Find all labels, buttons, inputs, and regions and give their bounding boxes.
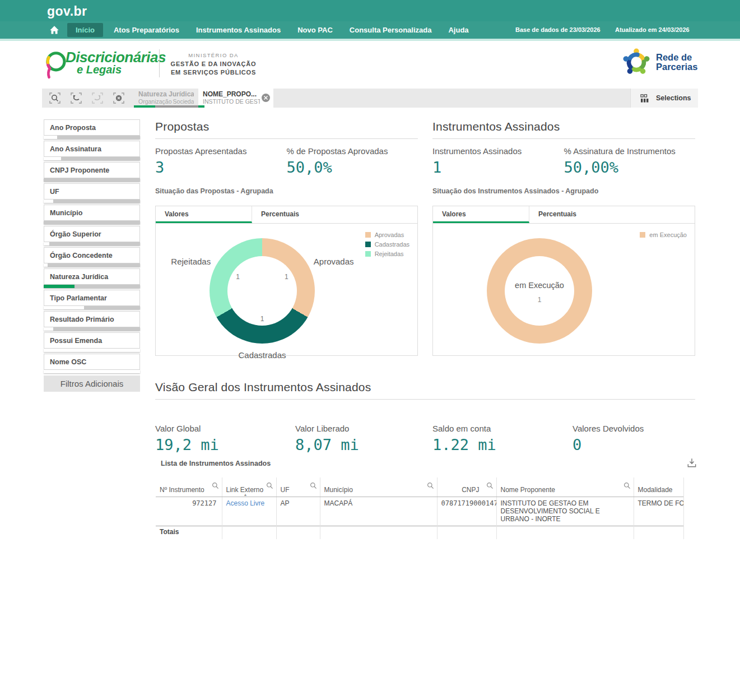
- bar-segment: [44, 221, 140, 224]
- kpi-value: 50,00%: [564, 159, 696, 176]
- filter-box[interactable]: UF: [44, 183, 140, 200]
- selection-chip-nome-proponente[interactable]: NOME_PROPO... INSTITUTO DE GEST...: [198, 89, 273, 108]
- govbr-logo[interactable]: gov.br: [47, 4, 87, 19]
- filter-label: Tipo Parlamentar: [50, 294, 107, 302]
- tab-valores[interactable]: Valores: [433, 206, 529, 223]
- filter-selection-bar: [44, 370, 140, 373]
- selections-button[interactable]: Selections: [630, 89, 698, 108]
- partner-logo: Rede de Parcerias: [621, 47, 697, 78]
- filter-box[interactable]: Órgão Concedente: [44, 247, 140, 263]
- filter-selection-bar: [44, 327, 140, 331]
- filter-box[interactable]: Município: [44, 205, 140, 221]
- filter-box[interactable]: Ano Assinatura: [44, 141, 140, 157]
- nav-item-consulta-personalizada[interactable]: Consulta Personalizada: [341, 23, 440, 37]
- filter-box[interactable]: Nome OSC: [44, 354, 140, 370]
- col-nome-proponente[interactable]: Nome Proponente: [496, 478, 634, 497]
- download-icon[interactable]: [686, 457, 699, 470]
- more-filters-button[interactable]: Filtros Adicionais: [44, 376, 140, 392]
- bar-segment: [44, 136, 57, 139]
- sidebar-filter-ano-proposta[interactable]: Ano Proposta: [44, 119, 140, 139]
- logo-row: Discricionárias e Legais MINISTÉRIO DA G…: [0, 41, 740, 89]
- chart-legend: AprovadasCadastradasRejeitadas: [365, 231, 409, 260]
- nav-item-atos-preparatorios[interactable]: Atos Preparatórios: [105, 23, 188, 37]
- chip-selection-bar: [134, 105, 198, 108]
- chart-legend: em Execução: [640, 231, 687, 241]
- cell-link-externo[interactable]: Acesso Livre: [222, 497, 276, 526]
- sidebar-filter-ano-assinatura[interactable]: Ano Assinatura: [44, 141, 140, 160]
- search-icon[interactable]: [212, 482, 219, 491]
- step-back-icon[interactable]: [69, 91, 83, 105]
- main-nav: InícioAtos PreparatóriosInstrumentos Ass…: [67, 21, 477, 39]
- nav-item-instrumentos-assinados[interactable]: Instrumentos Assinados: [188, 23, 289, 37]
- sidebar-filter-orgao-concedente[interactable]: Órgão Concedente: [44, 247, 140, 267]
- kpi-label: Instrumentos Assinados: [432, 146, 564, 156]
- search-icon[interactable]: [310, 482, 317, 491]
- legend-item-rejeitadas[interactable]: Rejeitadas: [365, 251, 409, 257]
- chart-title: Situação das Propostas - Agrupada: [155, 187, 418, 195]
- search-icon[interactable]: [427, 482, 434, 491]
- filter-box[interactable]: Tipo Parlamentar: [44, 290, 140, 306]
- filter-label: Resultado Primário: [50, 316, 114, 323]
- legend-item-cadastradas[interactable]: Cadastradas: [365, 241, 409, 248]
- filter-box[interactable]: Possui Emenda: [44, 332, 140, 349]
- filter-box[interactable]: Resultado Primário: [44, 311, 140, 327]
- sidebar-filter-orgao-superior[interactable]: Órgão Superior: [44, 226, 140, 245]
- filter-selection-bar: [44, 200, 140, 203]
- col-uf[interactable]: UF: [276, 478, 320, 497]
- header-top-band: [0, 0, 740, 21]
- totals-label: Totais: [156, 526, 222, 539]
- home-icon[interactable]: [48, 24, 60, 36]
- bar-segment: [44, 157, 61, 160]
- nav-item-ajuda[interactable]: Ajuda: [440, 23, 477, 37]
- chart-title: Situação dos Instrumentos Assinados - Ag…: [432, 187, 695, 195]
- sidebar-filter-resultado-primario[interactable]: Resultado Primário: [44, 311, 140, 331]
- col-link-externo[interactable]: Link Externo ▲: [222, 478, 276, 497]
- smart-search-icon[interactable]: [48, 91, 62, 105]
- col-n-instrumento[interactable]: Nº Instrumento: [156, 478, 222, 497]
- step-forward-icon[interactable]: [90, 91, 105, 105]
- cell-uf: AP: [276, 497, 320, 526]
- col-modalidade[interactable]: Modalidade: [634, 478, 683, 497]
- col-cnpj[interactable]: CNPJ: [437, 478, 496, 497]
- sidebar-filter-uf[interactable]: UF: [44, 183, 140, 203]
- section-title: Instrumentos Assinados: [432, 120, 695, 133]
- cell-n-instrumento: 972127: [156, 497, 222, 526]
- sidebar-filter-possui-emenda[interactable]: Possui Emenda: [44, 332, 140, 352]
- tab-percentuais[interactable]: Percentuais: [252, 206, 417, 223]
- sidebar-filter-municipio[interactable]: Município: [44, 205, 140, 224]
- search-icon[interactable]: [266, 482, 273, 491]
- sidebar-filter-tipo-parlamentar[interactable]: Tipo Parlamentar: [44, 290, 140, 309]
- bar-segment: [44, 285, 75, 288]
- filter-selection-bar: [44, 178, 140, 182]
- clear-selections-icon[interactable]: [111, 91, 126, 105]
- filter-selection-bar: [44, 157, 140, 160]
- kpi-value: 3: [155, 159, 287, 176]
- bar-segment: [84, 306, 140, 309]
- app-logo: Discricionárias e Legais: [42, 49, 166, 80]
- kpi-valores-devolvidos: Valores Devolvidos 0: [573, 424, 707, 453]
- search-icon[interactable]: [486, 482, 494, 491]
- kpi-value: 1: [432, 159, 564, 176]
- nav-item-inicio[interactable]: Início: [67, 23, 103, 37]
- filter-box[interactable]: Órgão Superior: [44, 226, 140, 242]
- sidebar-filter-natureza-juridica[interactable]: Natureza Jurídica: [44, 268, 140, 288]
- tab-valores[interactable]: Valores: [156, 206, 252, 223]
- filter-box[interactable]: Natureza Jurídica: [44, 268, 140, 285]
- cell-nome-proponente: INSTITUTO DE GESTAO EM DESENVOLVIMENTO S…: [496, 497, 634, 526]
- filter-box[interactable]: Ano Proposta: [44, 119, 140, 136]
- bar-segment: [44, 242, 49, 245]
- chip-close-icon[interactable]: [262, 94, 270, 102]
- tab-percentuais[interactable]: Percentuais: [529, 206, 695, 223]
- filter-box[interactable]: CNPJ Proponente: [44, 162, 140, 178]
- sidebar-filter-cnpj-proponente[interactable]: CNPJ Proponente: [44, 162, 140, 182]
- col-municipio[interactable]: Município: [320, 478, 437, 497]
- nav-item-novo-pac[interactable]: Novo PAC: [289, 23, 341, 37]
- search-icon[interactable]: [623, 482, 631, 491]
- legend-label: Rejeitadas: [375, 251, 404, 257]
- filter-label: Possui Emenda: [50, 337, 102, 345]
- legend-item-aprovadas[interactable]: Aprovadas: [365, 231, 409, 238]
- legend-item-em-execucao[interactable]: em Execução: [640, 231, 687, 238]
- selection-chip-natureza-juridica[interactable]: Natureza Jurídica Organização Socieda...: [134, 89, 198, 108]
- sidebar-filter-nome-osc[interactable]: Nome OSC: [44, 354, 140, 373]
- selections-toolbar: Natureza Jurídica Organização Socieda...…: [42, 89, 698, 108]
